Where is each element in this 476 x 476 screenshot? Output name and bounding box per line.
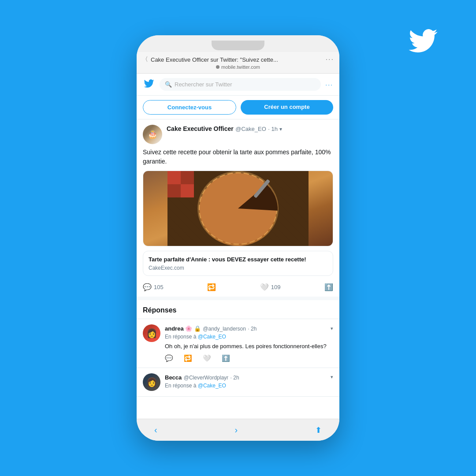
reply-target-link-becca[interactable]: @Cake_EO xyxy=(198,383,226,389)
reply-author-handle-becca: @CleverWordplayr xyxy=(184,375,228,381)
reply-in-response-becca: En réponse à @Cake_EO xyxy=(165,383,333,389)
reply-author-row-becca: Becca @CleverWordplayr · 2h xyxy=(165,373,239,381)
tweet-card-title: Tarte parfaite d'Annie : vous DEVEZ essa… xyxy=(149,256,327,264)
tweet-author-info: Cake Executive Officer @Cake_EO · 1h ▾ xyxy=(167,125,333,133)
browser-menu-dots[interactable]: ··· xyxy=(326,56,334,63)
tweet-time-value: 1h xyxy=(271,126,277,132)
like-count: 109 xyxy=(271,284,281,290)
tweet-author-handle: @Cake_EO xyxy=(235,126,266,132)
reply-dropdown-becca[interactable]: ▾ xyxy=(331,374,333,380)
reply-header-becca: Becca @CleverWordplayr · 2h ▾ xyxy=(165,373,333,381)
reply-author-handle-andrea: @andy_landerson xyxy=(203,326,246,332)
browser-url-text: mobile.twitter.com xyxy=(221,64,260,70)
browser-back-chevron[interactable]: 〈 xyxy=(142,56,148,63)
reply-author-name-andrea: andrea 🌸 🔒 xyxy=(165,325,201,332)
reply-actions-andrea: 💬 🔁 🤍 ⬆️ xyxy=(165,354,333,362)
twitter-bird-large-icon xyxy=(405,26,441,55)
tweet-card-url: CakeExec.com xyxy=(149,265,327,271)
like-icon: 🤍 xyxy=(260,283,269,291)
search-box[interactable]: 🔍 Rechercher sur Twitter xyxy=(160,78,321,91)
reply-header-andrea: andrea 🌸 🔒 @andy_landerson · 2h ▾ xyxy=(165,324,333,332)
forward-button[interactable]: › xyxy=(235,425,238,435)
responses-section: Réponses 👩 andrea 🌸 🔒 @andy_landerson · … xyxy=(137,300,339,419)
reply-retweet-icon[interactable]: 🔁 xyxy=(184,354,192,362)
secure-icon xyxy=(216,65,219,69)
reply-avatar-andrea: 👩 xyxy=(143,324,160,342)
browser-bar: 〈 Cake Executive Officer sur Twitter: "S… xyxy=(137,52,339,74)
phone-screen: 🔍 Rechercher sur Twitter ··· Connectez-v… xyxy=(137,74,339,419)
reply-like-icon[interactable]: 🤍 xyxy=(203,354,211,362)
comment-action[interactable]: 💬 105 xyxy=(143,283,164,291)
phone-bottom-nav: ‹ › ⬆ xyxy=(137,419,339,441)
tweet-author-avatar: 🎂 xyxy=(143,125,162,144)
reply-author-row: andrea 🌸 🔒 @andy_landerson · 2h xyxy=(165,324,257,332)
back-button[interactable]: ‹ xyxy=(154,425,157,435)
reply-share-icon[interactable]: ⬆️ xyxy=(222,354,230,362)
share-icon: ⬆️ xyxy=(324,283,333,291)
main-tweet: 🎂 Cake Executive Officer @Cake_EO · 1h ▾… xyxy=(137,119,339,300)
reply-in-response-andrea: En réponse à @Cake_EO xyxy=(165,334,333,340)
tweet-text: Suivez cette recette pour obtenir la tar… xyxy=(143,148,333,166)
twitter-logo-corner xyxy=(405,26,441,57)
comment-icon: 💬 xyxy=(143,283,152,291)
tweet-author-name: Cake Executive Officer xyxy=(167,125,234,132)
phone-top xyxy=(137,35,339,52)
header-menu-dots[interactable]: ··· xyxy=(325,81,333,88)
tweet-card[interactable]: Tarte parfaite d'Annie : vous DEVEZ essa… xyxy=(143,251,333,276)
auth-buttons-row: Connectez-vous Créer un compte xyxy=(137,96,339,119)
tweet-image xyxy=(143,171,333,246)
reply-target-link-andrea[interactable]: @Cake_EO xyxy=(198,334,226,340)
reply-avatar-becca: 👩 xyxy=(143,373,160,391)
signup-button[interactable]: Créer un compte xyxy=(241,100,333,115)
reply-item-becca: 👩 Becca @CleverWordplayr · 2h ▾ En répon… xyxy=(137,368,339,397)
twitter-bird-icon xyxy=(143,78,155,90)
reply-content-becca: Becca @CleverWordplayr · 2h ▾ En réponse… xyxy=(165,373,333,391)
phone-frame: 〈 Cake Executive Officer sur Twitter: "S… xyxy=(137,35,339,441)
browser-url-row: mobile.twitter.com xyxy=(142,64,334,70)
responses-header: Réponses xyxy=(137,300,339,319)
retweet-action[interactable]: 🔁 xyxy=(207,283,216,291)
tweet-header: 🎂 Cake Executive Officer @Cake_EO · 1h ▾ xyxy=(143,125,333,144)
twitter-app-header: 🔍 Rechercher sur Twitter ··· xyxy=(137,74,339,96)
share-button[interactable]: ⬆ xyxy=(315,425,322,435)
search-icon: 🔍 xyxy=(165,81,172,88)
svg-rect-9 xyxy=(167,171,181,184)
share-action[interactable]: ⬆️ xyxy=(324,283,333,291)
reply-author-name-becca: Becca xyxy=(165,374,182,381)
comment-count: 105 xyxy=(154,284,164,290)
reply-item-andrea: 👩 andrea 🌸 🔒 @andy_landerson · 2h ▾ En r… xyxy=(137,319,339,368)
login-button[interactable]: Connectez-vous xyxy=(143,100,236,115)
tweet-dropdown-icon[interactable]: ▾ xyxy=(279,126,282,132)
reply-content-andrea: andrea 🌸 🔒 @andy_landerson · 2h ▾ En rép… xyxy=(165,324,333,362)
notch xyxy=(212,41,264,50)
tweet-actions: 💬 105 🔁 🤍 109 ⬆️ xyxy=(143,280,333,291)
browser-title: Cake Executive Officer sur Twitter: "Sui… xyxy=(151,56,326,63)
reply-time-value-andrea: 2h xyxy=(251,326,257,332)
like-action[interactable]: 🤍 109 xyxy=(260,283,281,291)
reply-dropdown-andrea[interactable]: ▾ xyxy=(331,326,333,331)
pie-svg xyxy=(167,171,309,246)
search-placeholder: Rechercher sur Twitter xyxy=(175,81,232,88)
pie-photo xyxy=(143,171,333,246)
reply-text-andrea: Oh oh, je n'ai plus de pommes. Les poire… xyxy=(165,342,333,351)
reply-comment-icon[interactable]: 💬 xyxy=(165,354,173,362)
reply-time-value-becca: 2h xyxy=(233,375,239,381)
svg-rect-10 xyxy=(181,184,194,197)
retweet-icon: 🔁 xyxy=(207,283,216,291)
